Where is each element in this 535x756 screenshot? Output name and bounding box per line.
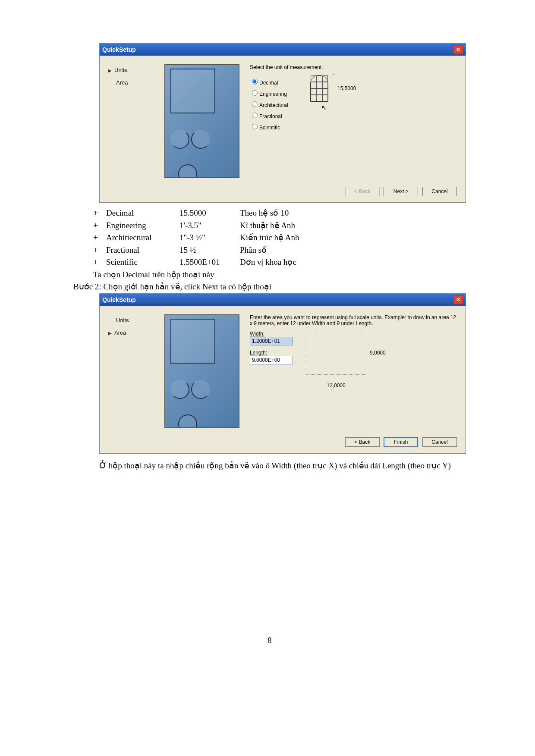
diagram-width: 12,0000	[306, 383, 366, 389]
nav-area[interactable]: Area	[108, 79, 164, 86]
finish-button[interactable]: Finish	[384, 437, 418, 447]
prompt-text: Select the unit of measurement.	[250, 64, 457, 70]
line1: Ta chọn Decimal trên hộp thoại này	[93, 269, 466, 281]
length-input[interactable]: 9.0000E+00	[250, 356, 293, 364]
radio-decimal[interactable]: Decimal	[250, 78, 306, 86]
radio-architectural[interactable]: Architectural	[250, 100, 306, 108]
back-button: < Back	[345, 187, 380, 196]
length-label: Length:	[250, 350, 293, 356]
next-button[interactable]: Next >	[384, 187, 418, 196]
radio-engineering[interactable]: Engineering	[250, 89, 306, 97]
units-explanation-table: +Decimal15.5000Theo hệ số 10 +Engineerin…	[93, 207, 466, 269]
prompt-text: Enter the area you want to represent usi…	[250, 314, 457, 326]
cursor-icon: ↖	[321, 104, 356, 111]
cancel-button[interactable]: Cancel	[422, 187, 457, 196]
titlebar: QuickSetup ✕	[100, 294, 466, 306]
dialog-title: QuickSetup	[102, 46, 136, 53]
preview-image	[164, 64, 239, 178]
sample-value: 15,5000	[337, 85, 356, 91]
radio-fractional[interactable]: Fractional	[250, 111, 306, 119]
width-input[interactable]: 1.2000E+01	[250, 337, 293, 345]
titlebar: QuickSetup ✕	[100, 44, 466, 56]
nav-units[interactable]: Units	[108, 317, 164, 323]
line2: Bước 2: Chọn giới hạn bản vẽ, click Next…	[73, 281, 466, 293]
dialog-title: QuickSetup	[102, 296, 136, 303]
nav-area[interactable]: Area	[108, 329, 164, 336]
unit-sample-diagram: 15,5000 ↖	[310, 75, 356, 134]
close-icon[interactable]: ✕	[453, 295, 463, 304]
area-diagram	[306, 331, 367, 375]
radio-scientific[interactable]: Scientific	[250, 122, 306, 131]
conclusion: Ở hộp thoại này ta nhập chiều rộng bản v…	[73, 460, 466, 472]
preview-image	[164, 314, 239, 428]
cancel-button[interactable]: Cancel	[422, 437, 457, 447]
quicksetup-dialog-units: QuickSetup ✕ Units Area Select the unit …	[99, 43, 466, 203]
diagram-height: 9,0000	[370, 350, 386, 356]
nav-units[interactable]: Units	[108, 67, 164, 73]
width-label: Width:	[250, 331, 293, 337]
back-button[interactable]: < Back	[345, 437, 380, 447]
page-number: 8	[73, 636, 466, 645]
quicksetup-dialog-area: QuickSetup ✕ Units Area Enter the area y…	[99, 293, 466, 454]
close-icon[interactable]: ✕	[453, 45, 463, 54]
